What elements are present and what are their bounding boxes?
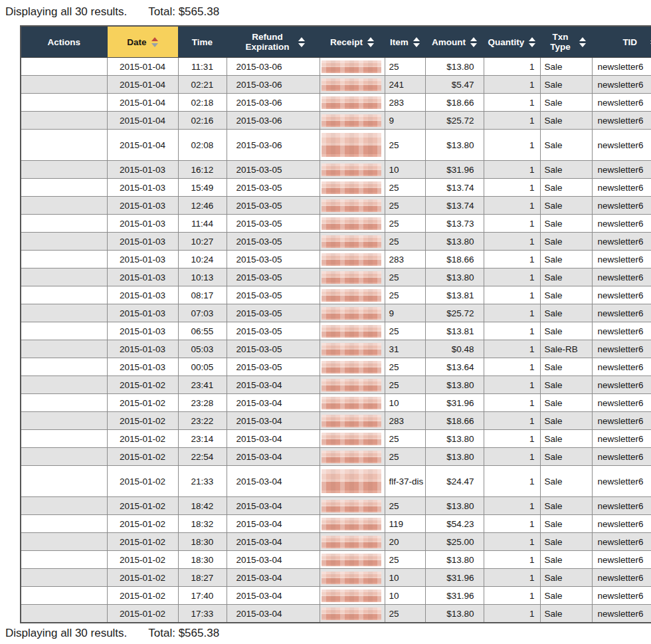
table-row: 2015-01-03 08:17 2015-03-05 25 $13.81 1 … bbox=[21, 286, 651, 304]
cell-receipt bbox=[320, 412, 385, 430]
receipt-redacted-image bbox=[322, 343, 381, 356]
cell-time: 10:13 bbox=[178, 268, 227, 286]
cell-quantity: 1 bbox=[484, 569, 540, 587]
receipt-redacted-image bbox=[322, 500, 381, 512]
cell-actions bbox=[21, 58, 107, 76]
cell-actions bbox=[21, 340, 107, 358]
cell-actions bbox=[21, 215, 107, 233]
cell-quantity: 1 bbox=[484, 94, 540, 112]
cell-date: 2015-01-03 bbox=[107, 340, 178, 358]
col-header-refund-expiration[interactable]: Refund Expiration bbox=[227, 26, 320, 58]
cell-txn-type: Sale bbox=[540, 112, 592, 130]
cell-quantity: 1 bbox=[484, 286, 540, 304]
cell-date: 2015-01-02 bbox=[107, 412, 178, 430]
col-header-tid[interactable]: TID bbox=[592, 26, 651, 58]
cell-actions bbox=[21, 268, 107, 286]
cell-time: 17:33 bbox=[178, 605, 227, 623]
cell-txn-type: Sale bbox=[540, 394, 592, 412]
cell-txn-type: Sale bbox=[540, 304, 592, 322]
cell-quantity: 1 bbox=[484, 430, 540, 448]
cell-refund-expiration: 2015-03-06 bbox=[227, 130, 320, 161]
cell-item: 25 bbox=[385, 430, 425, 448]
cell-tid: newsletter6 bbox=[592, 304, 651, 322]
cell-time: 23:41 bbox=[178, 376, 227, 394]
table-row: 2015-01-02 17:33 2015-03-04 25 $13.80 1 … bbox=[21, 605, 651, 623]
table-row: 2015-01-03 15:49 2015-03-05 25 $13.74 1 … bbox=[21, 179, 651, 197]
cell-receipt bbox=[320, 605, 385, 623]
sort-icon bbox=[579, 37, 586, 47]
cell-actions bbox=[21, 322, 107, 340]
cell-amount: $13.73 bbox=[425, 215, 484, 233]
col-header-quantity[interactable]: Quantity bbox=[484, 26, 540, 58]
cell-amount: $31.96 bbox=[425, 161, 484, 179]
cell-refund-expiration: 2015-03-04 bbox=[227, 569, 320, 587]
cell-quantity: 1 bbox=[484, 515, 540, 533]
cell-time: 10:27 bbox=[178, 233, 227, 251]
table-container: Actions Date Time Refund Expiration Rece… bbox=[20, 25, 651, 623]
table-row: 2015-01-03 07:03 2015-03-05 9 $25.72 1 S… bbox=[21, 304, 651, 322]
cell-refund-expiration: 2015-03-04 bbox=[227, 430, 320, 448]
col-header-date[interactable]: Date bbox=[107, 26, 178, 58]
cell-quantity: 1 bbox=[484, 533, 540, 551]
cell-txn-type: Sale bbox=[540, 161, 592, 179]
cell-quantity: 1 bbox=[484, 551, 540, 569]
cell-amount: $31.96 bbox=[425, 569, 484, 587]
cell-txn-type: Sale bbox=[540, 251, 592, 268]
cell-txn-type: Sale bbox=[540, 130, 592, 161]
sort-icon bbox=[529, 37, 535, 47]
receipt-redacted-image bbox=[322, 133, 381, 157]
cell-date: 2015-01-04 bbox=[107, 94, 178, 112]
cell-quantity: 1 bbox=[484, 322, 540, 340]
cell-tid: newsletter6 bbox=[592, 179, 651, 197]
cell-receipt bbox=[320, 340, 385, 358]
col-header-amount[interactable]: Amount bbox=[425, 26, 484, 58]
total-amount-text: Total: $565.38 bbox=[148, 5, 219, 18]
receipt-redacted-image bbox=[322, 361, 381, 374]
cell-actions bbox=[21, 94, 107, 112]
cell-actions bbox=[21, 376, 107, 394]
cell-item: 10 bbox=[385, 587, 425, 605]
cell-amount: $13.74 bbox=[425, 197, 484, 215]
col-header-txn-type[interactable]: Txn Type bbox=[540, 26, 592, 58]
cell-refund-expiration: 2015-03-04 bbox=[227, 533, 320, 551]
cell-txn-type: Sale bbox=[540, 497, 592, 515]
cell-date: 2015-01-02 bbox=[107, 533, 178, 551]
cell-txn-type: Sale bbox=[540, 322, 592, 340]
cell-date: 2015-01-02 bbox=[107, 430, 178, 448]
results-count-text: Displaying all 30 results. bbox=[5, 627, 127, 639]
cell-date: 2015-01-03 bbox=[107, 161, 178, 179]
cell-time: 18:32 bbox=[178, 515, 227, 533]
cell-tid: newsletter6 bbox=[592, 605, 651, 623]
cell-item: 25 bbox=[385, 233, 425, 251]
cell-receipt bbox=[320, 394, 385, 412]
cell-receipt bbox=[320, 358, 385, 376]
table-row: 2015-01-02 23:28 2015-03-04 10 $31.96 1 … bbox=[21, 394, 651, 412]
cell-time: 02:08 bbox=[178, 130, 227, 161]
cell-time: 17:40 bbox=[178, 587, 227, 605]
col-header-item[interactable]: Item bbox=[385, 26, 425, 58]
cell-time: 11:44 bbox=[178, 215, 227, 233]
cell-tid: newsletter6 bbox=[592, 358, 651, 376]
table-row: 2015-01-02 18:32 2015-03-04 119 $54.23 1… bbox=[21, 515, 651, 533]
cell-receipt bbox=[320, 76, 385, 94]
table-row: 2015-01-02 18:27 2015-03-04 10 $31.96 1 … bbox=[21, 569, 651, 587]
cell-tid: newsletter6 bbox=[592, 497, 651, 515]
cell-quantity: 1 bbox=[484, 394, 540, 412]
receipt-redacted-image bbox=[322, 199, 381, 212]
cell-amount: $13.80 bbox=[425, 233, 484, 251]
cell-tid: newsletter6 bbox=[592, 161, 651, 179]
cell-amount: $13.80 bbox=[425, 448, 484, 466]
cell-date: 2015-01-04 bbox=[107, 76, 178, 94]
cell-date: 2015-01-03 bbox=[107, 233, 178, 251]
cell-receipt bbox=[320, 161, 385, 179]
cell-receipt bbox=[320, 466, 385, 497]
sort-icon bbox=[298, 37, 305, 47]
cell-amount: $13.80 bbox=[425, 551, 484, 569]
cell-refund-expiration: 2015-03-05 bbox=[227, 197, 320, 215]
col-header-receipt[interactable]: Receipt bbox=[320, 26, 385, 58]
table-row: 2015-01-02 23:14 2015-03-04 25 $13.80 1 … bbox=[21, 430, 651, 448]
table-row: 2015-01-03 10:13 2015-03-05 25 $13.80 1 … bbox=[21, 268, 651, 286]
cell-amount: $13.80 bbox=[425, 605, 484, 623]
cell-date: 2015-01-03 bbox=[107, 358, 178, 376]
receipt-redacted-image bbox=[322, 469, 381, 493]
